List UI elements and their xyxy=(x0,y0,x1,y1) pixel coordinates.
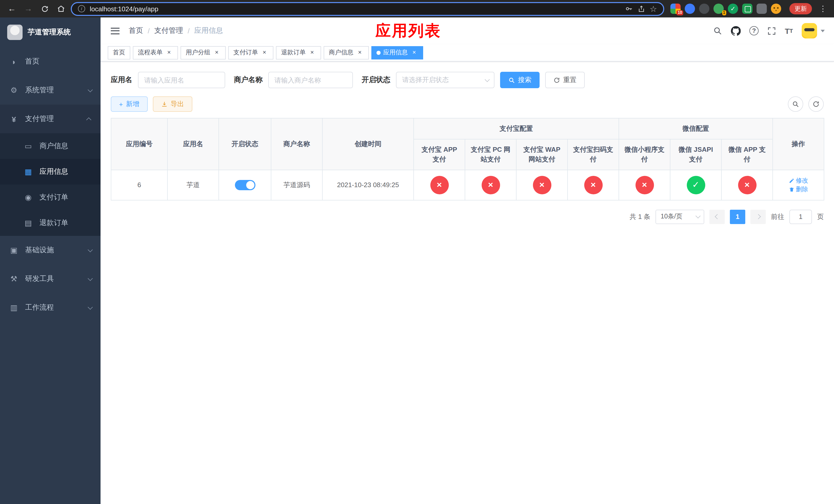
export-button[interactable]: 导出 xyxy=(153,96,192,112)
password-key-icon[interactable] xyxy=(624,5,633,13)
extension-green-icon[interactable]: 1 xyxy=(714,4,724,14)
sidebar-item-refund-orders[interactable]: ▤ 退款订单 xyxy=(0,210,101,236)
toggle-search-button[interactable] xyxy=(788,96,803,112)
sidebar-item-app-info[interactable]: ▦ 应用信息 xyxy=(0,159,101,185)
home-button[interactable] xyxy=(54,2,68,15)
edit-link[interactable]: 修改 xyxy=(789,176,808,185)
font-size-icon[interactable]: TT xyxy=(785,26,793,35)
extensions-puzzle-icon[interactable] xyxy=(756,4,767,14)
channel-status-icon[interactable]: × xyxy=(584,176,602,194)
app-shell: 芋道管理系统 ◗ 首页 ⚙ 系统管理 ¥ 支付管理 xyxy=(0,18,834,504)
extension-check-icon[interactable]: ✓ xyxy=(728,4,738,14)
tags-view-bar: 首页 流程表单 × 用户分组 × 支付订单 × 退款订单 × xyxy=(101,44,834,62)
pagination: 共 1 条 10条/页 1 前往 页 xyxy=(111,209,824,224)
close-icon[interactable]: × xyxy=(213,49,221,56)
cell-status xyxy=(219,170,271,200)
share-icon[interactable] xyxy=(637,5,645,13)
address-bar[interactable]: i localhost:1024/pay/app ☆ xyxy=(71,2,664,16)
profile-avatar-icon[interactable] xyxy=(771,4,781,14)
extension-dark-icon[interactable] xyxy=(699,4,709,14)
browser-update-button[interactable]: 更新 xyxy=(789,3,812,14)
channel-status-icon[interactable]: × xyxy=(533,176,551,194)
reset-button[interactable]: 重置 xyxy=(545,72,585,88)
sidebar-toggle-icon[interactable] xyxy=(109,25,122,36)
tab-user-group[interactable]: 用户分组 × xyxy=(180,46,226,59)
status-toggle[interactable] xyxy=(235,180,255,190)
delete-link[interactable]: 删除 xyxy=(789,185,808,193)
next-page-button[interactable] xyxy=(750,209,766,224)
app-name-input[interactable] xyxy=(144,76,219,84)
forward-button[interactable]: → xyxy=(22,2,35,15)
sidebar-item-payment[interactable]: ¥ 支付管理 xyxy=(0,105,101,133)
yuan-icon: ¥ xyxy=(9,115,19,123)
browser-chrome: ← → i localhost:1024/pay/app ☆ 10 1 ✓ xyxy=(0,0,834,18)
dashboard-icon: ◗ xyxy=(9,57,19,66)
tab-label: 应用信息 xyxy=(383,48,408,57)
user-menu[interactable] xyxy=(802,23,825,39)
close-icon[interactable]: × xyxy=(356,49,364,56)
back-button[interactable]: ← xyxy=(5,2,19,15)
refresh-button[interactable] xyxy=(808,96,824,112)
extension-blocks-icon[interactable]: 10 xyxy=(671,4,681,14)
tab-pay-orders[interactable]: 支付订单 × xyxy=(228,46,273,59)
sidebar: 芋道管理系统 ◗ 首页 ⚙ 系统管理 ¥ 支付管理 xyxy=(0,18,101,504)
reload-button[interactable] xyxy=(38,2,51,15)
breadcrumb-home[interactable]: 首页 xyxy=(129,26,143,36)
status-label: 开启状态 xyxy=(361,75,390,85)
add-button[interactable]: + 新增 xyxy=(111,96,148,112)
close-icon[interactable]: × xyxy=(165,49,173,56)
col-header-wechat-app: 微信 APP 支付 xyxy=(721,139,773,170)
toolbar-left: + 新增 导出 xyxy=(111,96,192,112)
chevron-up-icon xyxy=(86,117,91,122)
prev-page-button[interactable] xyxy=(709,209,725,224)
github-icon[interactable] xyxy=(731,26,741,36)
site-info-icon[interactable]: i xyxy=(78,5,85,12)
tab-process-form[interactable]: 流程表单 × xyxy=(133,46,178,59)
channel-status-icon[interactable]: ✓ xyxy=(686,176,705,194)
sidebar-item-pay-orders[interactable]: ◉ 支付订单 xyxy=(0,185,101,210)
fullscreen-icon[interactable] xyxy=(767,26,776,35)
channel-status-icon[interactable]: × xyxy=(635,176,654,194)
status-select[interactable]: 请选择开启状态 xyxy=(396,72,495,88)
breadcrumb-payment[interactable]: 支付管理 xyxy=(154,26,183,36)
app-logo-row[interactable]: 芋道管理系统 xyxy=(0,18,101,47)
sidebar-item-home[interactable]: ◗ 首页 xyxy=(0,47,101,76)
merchant-name-input[interactable] xyxy=(275,76,347,84)
url-text[interactable]: localhost:1024/pay/app xyxy=(90,5,620,13)
close-icon[interactable]: × xyxy=(308,49,316,56)
goto-page-input[interactable] xyxy=(789,209,812,224)
sidebar-item-label: 应用信息 xyxy=(40,167,91,176)
tab-home[interactable]: 首页 xyxy=(108,46,130,59)
page-number-1[interactable]: 1 xyxy=(730,209,745,224)
channel-status-icon[interactable]: × xyxy=(738,176,756,194)
search-icon[interactable] xyxy=(713,26,722,36)
sidebar-item-system[interactable]: ⚙ 系统管理 xyxy=(0,76,101,105)
bookmark-star-icon[interactable]: ☆ xyxy=(650,4,657,14)
chevron-down-icon xyxy=(88,87,93,92)
pagination-total: 共 1 条 xyxy=(630,212,650,221)
sidebar-item-workflow[interactable]: ▥ 工作流程 xyxy=(0,293,101,322)
extension-book-icon[interactable] xyxy=(742,4,752,14)
sidebar-item-label: 支付管理 xyxy=(25,114,81,123)
extension-drop-icon[interactable] xyxy=(685,4,695,14)
extension-badge: 10 xyxy=(677,10,683,15)
sidebar-item-dev-tools[interactable]: ⚒ 研发工具 xyxy=(0,265,101,293)
channel-status-icon[interactable]: × xyxy=(430,176,448,194)
browser-menu-icon[interactable]: ⋮ xyxy=(817,4,829,13)
close-icon[interactable]: × xyxy=(261,49,268,56)
card-icon: ▭ xyxy=(24,141,33,151)
tab-app-info[interactable]: 应用信息 × xyxy=(371,46,423,59)
help-icon[interactable]: ? xyxy=(749,26,759,36)
page-size-select[interactable]: 10条/页 xyxy=(656,209,704,224)
tab-refund-orders[interactable]: 退款订单 × xyxy=(276,46,321,59)
sidebar-item-merchant-info[interactable]: ▭ 商户信息 xyxy=(0,133,101,159)
document-icon: ▤ xyxy=(24,219,33,228)
export-button-label: 导出 xyxy=(171,99,184,109)
channel-status-icon[interactable]: × xyxy=(481,176,500,194)
tab-merchant-info[interactable]: 商户信息 × xyxy=(324,46,369,59)
infra-icon: ▣ xyxy=(9,246,19,255)
sidebar-item-label: 首页 xyxy=(25,57,91,66)
search-button[interactable]: 搜索 xyxy=(500,72,540,88)
close-icon[interactable]: × xyxy=(410,49,418,56)
sidebar-item-infrastructure[interactable]: ▣ 基础设施 xyxy=(0,236,101,265)
